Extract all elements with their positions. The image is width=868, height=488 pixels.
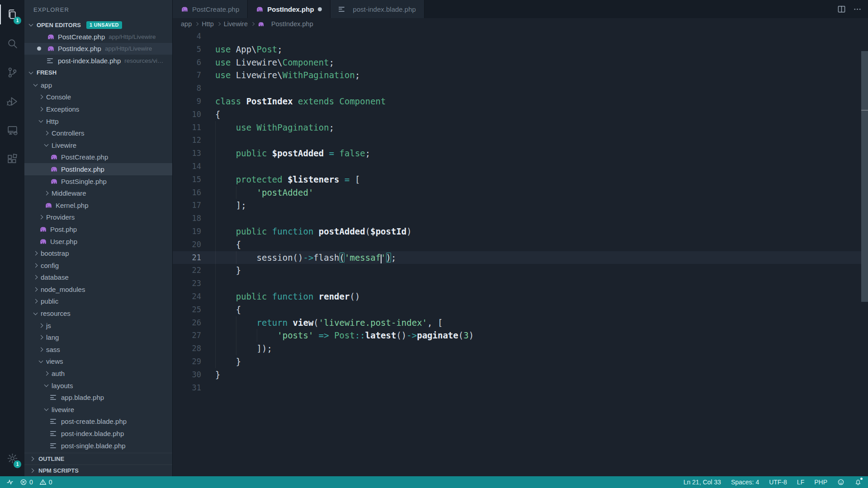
- tree-item-post-single-blade-php[interactable]: post-single.blade.php: [24, 440, 172, 452]
- status-lf[interactable]: LF: [797, 479, 804, 486]
- tree-item-resources[interactable]: resources: [24, 307, 172, 319]
- tab-postindex-php[interactable]: PostIndex.php: [248, 0, 330, 18]
- tree-item-post-index-blade-php[interactable]: post-index.blade.php: [24, 427, 172, 440]
- code-line-30[interactable]: 30}: [173, 368, 868, 381]
- activity-search-button[interactable]: [0, 29, 24, 58]
- tree-item-post-php[interactable]: Post.php: [24, 223, 172, 235]
- tree-item-auth[interactable]: auth: [24, 367, 172, 380]
- activity-settings-button[interactable]: 1: [0, 444, 24, 473]
- tree-item-livewire[interactable]: livewire: [24, 404, 172, 416]
- code-line-15[interactable]: 15 protected $listeners = [: [173, 173, 868, 186]
- code-line-21[interactable]: 21 session()->flash('messaf');: [173, 251, 868, 264]
- code-line-31[interactable]: 31: [173, 381, 868, 394]
- status-spaces-4[interactable]: Spaces: 4: [731, 479, 759, 486]
- activity-run-and-debug-button[interactable]: [0, 87, 24, 116]
- code-line-25[interactable]: 25 {: [173, 303, 868, 316]
- extensions-icon: [6, 153, 19, 165]
- code-line-6[interactable]: 6use Livewire\Component;: [173, 56, 868, 69]
- activity-source-control-button[interactable]: [0, 58, 24, 87]
- activity-extensions-button[interactable]: [0, 145, 24, 174]
- vertical-scrollbar[interactable]: [861, 51, 868, 302]
- tab-postcreate-php[interactable]: PostCreate.php: [173, 0, 248, 18]
- tree-item-public[interactable]: public: [24, 296, 172, 308]
- tree-item-app-blade-php[interactable]: app.blade.php: [24, 391, 172, 404]
- tree-item-http[interactable]: Http: [24, 115, 172, 127]
- status-warnings[interactable]: 0: [39, 479, 52, 486]
- breadcrumb-file[interactable]: PostIndex.php: [271, 20, 313, 28]
- status-remote-indicator[interactable]: [6, 479, 14, 486]
- status-utf-8[interactable]: UTF-8: [769, 479, 787, 486]
- code-area[interactable]: 45use App\Post;6use Livewire\Component;7…: [173, 30, 868, 476]
- tree-item-providers[interactable]: Providers: [24, 211, 172, 224]
- code-line-11[interactable]: 11 use WithPagination;: [173, 121, 868, 134]
- status-feedback-button[interactable]: [837, 479, 844, 486]
- tree-item-postindex-php[interactable]: PostIndex.php: [24, 163, 172, 175]
- code-line-18[interactable]: 18: [173, 212, 868, 225]
- indent-guide: [236, 251, 236, 264]
- more-actions-button[interactable]: [853, 5, 862, 14]
- status-notifications-button[interactable]: [854, 479, 862, 486]
- breadcrumb-item[interactable]: Livewire: [224, 20, 248, 28]
- breadcrumb[interactable]: appHttpLivewirePostIndex.php: [173, 18, 868, 30]
- open-editor-item[interactable]: post-index.blade.php resources/vi…: [24, 55, 172, 67]
- code-line-4[interactable]: 4: [173, 30, 868, 43]
- code-line-24[interactable]: 24 public function render(): [173, 290, 868, 303]
- split-editor-button[interactable]: [837, 5, 846, 14]
- tree-item-js[interactable]: js: [24, 319, 172, 332]
- code-line-17[interactable]: 17 ];: [173, 199, 868, 212]
- code-line-23[interactable]: 23: [173, 277, 868, 290]
- tree-item-postcreate-php[interactable]: PostCreate.php: [24, 151, 172, 164]
- status-php[interactable]: PHP: [814, 479, 827, 486]
- tree-item-app[interactable]: app: [24, 79, 172, 91]
- php-elephant-icon: [258, 21, 264, 28]
- tree-item-post-create-blade-php[interactable]: post-create.blade.php: [24, 416, 172, 428]
- tree-item-postsingle-php[interactable]: PostSingle.php: [24, 175, 172, 188]
- code-line-12[interactable]: 12: [173, 134, 868, 147]
- tree-item-exceptions[interactable]: Exceptions: [24, 103, 172, 115]
- code-line-20[interactable]: 20 {: [173, 238, 868, 251]
- breadcrumb-item[interactable]: app: [181, 20, 192, 28]
- outline-panel-header[interactable]: OUTLINE: [24, 453, 172, 465]
- npm-scripts-panel-header[interactable]: NPM SCRIPTS: [24, 465, 172, 476]
- status-ln-21-col-33[interactable]: Ln 21, Col 33: [684, 479, 721, 486]
- tree-item-lang[interactable]: lang: [24, 331, 172, 343]
- tree-item-config[interactable]: config: [24, 259, 172, 272]
- code-line-27[interactable]: 27 'posts' => Post::latest()->paginate(3…: [173, 329, 868, 342]
- code-line-19[interactable]: 19 public function postAdded($postId): [173, 225, 868, 238]
- tree-item-controllers[interactable]: Controllers: [24, 127, 172, 139]
- activity-explorer-button[interactable]: 1: [0, 0, 24, 29]
- code-line-8[interactable]: 8: [173, 82, 868, 95]
- tree-item-node-modules[interactable]: node_modules: [24, 283, 172, 296]
- code-line-13[interactable]: 13 public $postAdded = false;: [173, 147, 868, 160]
- open-editor-item[interactable]: PostIndex.php app/Http/Livewire: [24, 43, 172, 55]
- code-line-5[interactable]: 5use App\Post;: [173, 43, 868, 56]
- code-line-9[interactable]: 9class PostIndex extends Component: [173, 95, 868, 108]
- code-line-7[interactable]: 7use Livewire\WithPagination;: [173, 69, 868, 82]
- activity-remote-explorer-button[interactable]: [0, 116, 24, 145]
- chevron-right-icon: [39, 323, 43, 328]
- code-line-26[interactable]: 26 return view('livewire.post-index', [: [173, 316, 868, 329]
- open-editors-header[interactable]: OPEN EDITORS 1 UNSAVED: [24, 19, 172, 31]
- tree-item-layouts[interactable]: layouts: [24, 380, 172, 392]
- tab-post-index-blade-php[interactable]: post-index.blade.php: [330, 0, 425, 18]
- code-line-29[interactable]: 29 }: [173, 355, 868, 368]
- open-editor-item[interactable]: PostCreate.php app/Http/Livewire: [24, 31, 172, 43]
- breadcrumb-item[interactable]: Http: [202, 20, 214, 28]
- code-line-16[interactable]: 16 'postAdded': [173, 186, 868, 199]
- tree-item-livewire[interactable]: Livewire: [24, 139, 172, 151]
- code-line-28[interactable]: 28 ]);: [173, 342, 868, 355]
- tree-item-sass[interactable]: sass: [24, 343, 172, 356]
- tree-item-user-php[interactable]: User.php: [24, 235, 172, 248]
- code-line-10[interactable]: 10{: [173, 108, 868, 121]
- tree-item-console[interactable]: Console: [24, 91, 172, 103]
- code-line-14[interactable]: 14: [173, 160, 868, 173]
- tree-item-bootstrap[interactable]: bootstrap: [24, 247, 172, 259]
- tree-item-kernel-php[interactable]: Kernel.php: [24, 199, 172, 211]
- tree-item-views[interactable]: views: [24, 356, 172, 368]
- code-line-22[interactable]: 22 }: [173, 264, 868, 277]
- status-errors[interactable]: 0: [20, 479, 33, 486]
- tree-item-database[interactable]: database: [24, 272, 172, 284]
- tree-item-middleware[interactable]: Middleware: [24, 187, 172, 199]
- feedback-smiley-icon: [837, 479, 844, 486]
- project-section-header[interactable]: FRESH: [24, 67, 172, 79]
